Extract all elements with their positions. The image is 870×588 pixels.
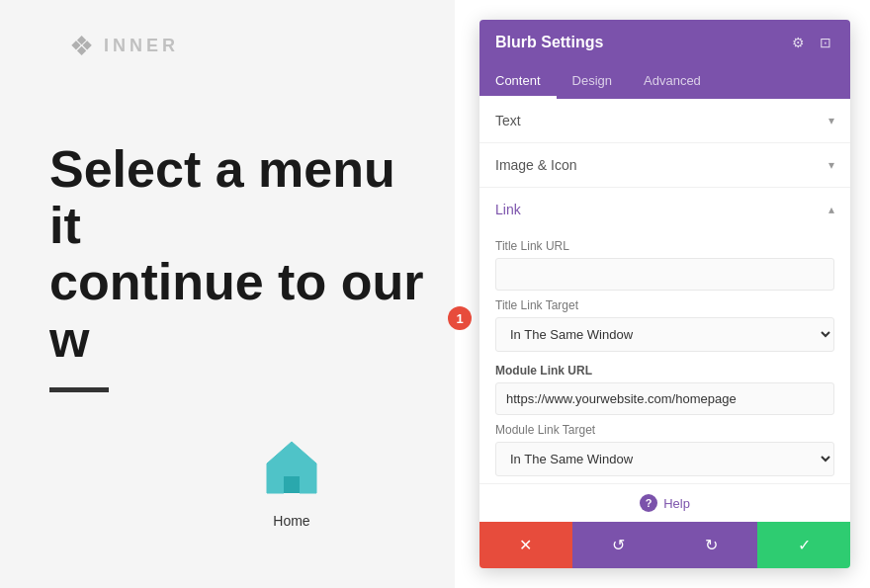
text-chevron-icon: ▾ bbox=[828, 114, 834, 127]
section-text-label: Text bbox=[495, 113, 521, 128]
expand-icon[interactable]: ⊡ bbox=[817, 34, 834, 51]
canvas-area: ❖ INNER Select a menu itcontinue to our … bbox=[0, 0, 455, 588]
action-bar: ✕ ↺ ↻ ✓ bbox=[479, 522, 850, 568]
module-link-url-label: Module Link URL bbox=[495, 364, 834, 378]
badge-circle: 1 bbox=[448, 306, 472, 330]
panel-tabs: Content Design Advanced bbox=[479, 65, 850, 99]
module-link-target-select[interactable]: In The Same Window In A New Tab bbox=[495, 442, 834, 476]
home-icon bbox=[257, 432, 326, 505]
panel-header: Blurb Settings ⚙ ⊡ bbox=[479, 20, 850, 65]
redo-button[interactable]: ↻ bbox=[665, 522, 758, 568]
help-label: Help bbox=[663, 496, 690, 511]
section-link: Link ▴ Title Link URL Title Link Target … bbox=[479, 188, 850, 483]
help-icon: ? bbox=[640, 494, 657, 512]
module-link-target-label: Module Link Target bbox=[495, 423, 834, 437]
section-link-label: Link bbox=[495, 202, 521, 217]
inner-logo-icon: ❖ bbox=[69, 30, 94, 62]
title-link-target-select[interactable]: In The Same Window In A New Tab bbox=[495, 317, 834, 352]
image-chevron-icon: ▾ bbox=[828, 158, 834, 172]
home-label: Home bbox=[273, 513, 309, 529]
help-link[interactable]: ? Help bbox=[640, 494, 690, 512]
canvas-divider bbox=[49, 387, 109, 392]
title-link-target-label: Title Link Target bbox=[495, 298, 834, 312]
inner-logo-text: INNER bbox=[104, 36, 179, 56]
section-image-icon[interactable]: Image & Icon ▾ bbox=[479, 143, 850, 188]
tab-advanced[interactable]: Advanced bbox=[628, 65, 717, 99]
panel-header-icons: ⚙ ⊡ bbox=[789, 34, 834, 51]
settings-panel: Blurb Settings ⚙ ⊡ Content Design Advanc… bbox=[479, 20, 850, 568]
title-link-url-input[interactable] bbox=[495, 258, 834, 291]
panel-title: Blurb Settings bbox=[495, 34, 603, 51]
title-link-url-label: Title Link URL bbox=[495, 239, 834, 253]
undo-button[interactable]: ↺ bbox=[572, 522, 665, 568]
home-icon-area: Home bbox=[158, 432, 425, 529]
tab-design[interactable]: Design bbox=[557, 65, 628, 99]
panel-body[interactable]: Text ▾ Image & Icon ▾ Link ▴ Title Link … bbox=[479, 99, 850, 483]
svg-rect-0 bbox=[284, 476, 300, 493]
tab-content[interactable]: Content bbox=[479, 65, 557, 99]
section-image-icon-label: Image & Icon bbox=[495, 157, 577, 173]
panel-footer: ? Help bbox=[479, 483, 850, 522]
link-section-content: Title Link URL Title Link Target In The … bbox=[479, 239, 850, 483]
link-section-header[interactable]: Link ▴ bbox=[479, 188, 850, 231]
link-chevron-icon: ▴ bbox=[828, 203, 834, 216]
settings-icon[interactable]: ⚙ bbox=[789, 34, 807, 51]
module-link-url-input[interactable] bbox=[495, 382, 834, 415]
inner-logo: ❖ INNER bbox=[69, 30, 425, 62]
canvas-headline: Select a menu itcontinue to our w bbox=[49, 141, 425, 368]
section-text[interactable]: Text ▾ bbox=[479, 99, 850, 143]
cancel-button[interactable]: ✕ bbox=[479, 522, 572, 568]
save-button[interactable]: ✓ bbox=[757, 522, 850, 568]
